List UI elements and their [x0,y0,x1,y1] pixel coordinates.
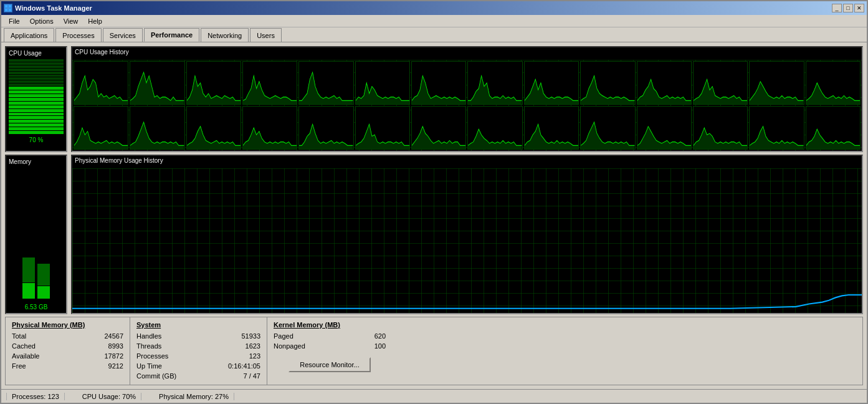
cpu-core-11 [637,61,692,105]
stat-commit-value: 7 / 47 [243,371,260,381]
memory-history-label: Physical Memory Usage History [72,156,862,165]
tab-processes[interactable]: Processes [55,28,101,42]
menu-options[interactable]: Options [25,16,59,26]
kernel-memory-header: Kernel Memory (MB) [274,321,386,329]
menu-view[interactable]: View [59,16,83,26]
stat-commit: Commit (GB) 7 / 47 [136,371,260,381]
stat-uptime: Up Time 0:16:41:05 [136,361,260,371]
cpu-core-5 [298,61,353,105]
cpu-bar-container [9,59,64,134]
resource-monitor-button[interactable]: Resource Monitor... [289,357,370,372]
kernel-section: Kernel Memory (MB) Paged 620 Nonpaged 10… [267,317,392,385]
tab-bar: Applications Processes Services Performa… [1,27,867,42]
tab-services[interactable]: Services [103,28,143,42]
svg-marker-7 [243,76,297,104]
cpu-gauge: CPU Usage [5,46,67,152]
stat-handles: Handles 51933 [136,331,260,341]
tab-performance[interactable]: Performance [144,28,199,42]
stat-cached-label: Cached [12,341,36,351]
cpu-core-19 [298,106,353,150]
cpu-core-16 [130,106,184,150]
mem-col-1 [22,170,35,299]
cpu-core-10 [580,61,635,105]
stat-cached: Cached 8993 [12,341,123,351]
stat-threads: Threads 1623 [136,341,260,351]
cpu-history-chart: CPU Usage History [71,46,863,152]
cpu-history-label: CPU Usage History [72,47,862,57]
cpu-core-17 [186,106,241,150]
svg-marker-11 [468,76,522,104]
cpu-core-9 [524,61,579,105]
svg-marker-17 [806,83,860,104]
cpu-core-27 [749,106,804,150]
cpu-gauge-value: 70 % [9,137,64,143]
svg-marker-25 [468,129,522,149]
svg-marker-8 [299,72,353,104]
stat-cached-value: 8993 [108,341,123,351]
status-processes: Processes: 123 [6,393,65,400]
stats-area: Physical Memory (MB) Total 24567 Cached … [5,317,863,385]
svg-rect-1 [9,5,11,7]
stat-paged-label: Paged [274,331,293,341]
cpu-core-21 [411,106,466,150]
stat-total-value: 24567 [104,331,123,341]
stat-processes: Processes 123 [136,351,260,361]
cpu-core-24 [580,106,635,150]
title-bar-left: Windows Task Manager [4,4,92,12]
svg-marker-4 [74,76,128,104]
stat-paged: Paged 620 [274,331,386,341]
stat-available-value: 17872 [104,351,123,361]
cpu-core-3 [186,61,241,105]
minimize-button[interactable]: _ [832,4,842,12]
svg-marker-16 [750,82,803,104]
cpu-core-6 [355,61,410,105]
menu-bar: File Options View Help [1,15,867,27]
title-bar-buttons: _ □ ✕ [832,4,864,12]
app-icon [4,4,12,12]
stat-handles-label: Handles [136,331,161,341]
cpu-core-20 [355,106,410,150]
status-physical-memory: Physical Memory: 27% [154,393,234,400]
stat-total-label: Total [12,331,26,341]
svg-rect-3 [9,9,11,11]
svg-marker-23 [356,124,409,149]
stat-handles-value: 51933 [241,331,260,341]
menu-help[interactable]: Help [83,16,107,26]
maximize-button[interactable]: □ [843,4,853,12]
stat-uptime-label: Up Time [136,361,162,371]
stat-free-value: 9212 [108,361,123,371]
cpu-core-26 [693,106,748,150]
tab-networking[interactable]: Networking [201,28,249,42]
svg-rect-2 [5,9,7,11]
svg-marker-31 [806,129,860,149]
svg-marker-15 [694,79,747,104]
stat-threads-label: Threads [136,341,161,351]
cpu-core-18 [242,106,297,150]
svg-marker-18 [74,128,128,149]
tab-applications[interactable]: Applications [4,28,54,42]
system-section: System Handles 51933 Threads 1623 Proces… [130,317,267,385]
cpu-core-4 [242,61,297,105]
stat-processes-label: Processes [136,351,168,361]
cpu-core-22 [467,106,522,150]
status-bar: Processes: 123 CPU Usage: 70% Physical M… [1,389,867,403]
svg-marker-27 [581,122,634,149]
stat-nonpaged-label: Nonpaged [274,341,305,351]
cpu-core-12 [693,61,748,105]
svg-marker-6 [187,76,241,104]
stat-total: Total 24567 [12,331,123,341]
cpu-core-15 [74,106,128,150]
cpu-core-28 [806,106,861,150]
svg-rect-0 [5,5,7,7]
close-button[interactable]: ✕ [854,4,864,12]
cpu-core-14 [806,61,861,105]
svg-marker-14 [637,79,691,104]
task-manager-window: Windows Task Manager _ □ ✕ File Options … [0,0,868,404]
cpu-core-7 [411,61,466,105]
stat-free: Free 9212 [12,361,123,371]
title-bar: Windows Task Manager _ □ ✕ [1,1,867,15]
stat-paged-value: 620 [374,331,386,341]
memory-gauge-value: 6.53 GB [9,304,64,310]
tab-users[interactable]: Users [250,28,282,42]
menu-file[interactable]: File [4,16,25,26]
